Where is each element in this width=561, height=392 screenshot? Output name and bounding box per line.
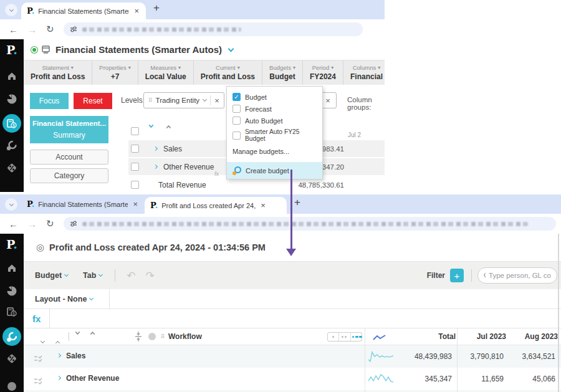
expand-all-icon[interactable] (76, 333, 79, 334)
tab-close-icon[interactable]: × (132, 199, 139, 209)
unchecked-checkbox-icon[interactable] (233, 131, 241, 140)
expand-all-icon[interactable] (150, 126, 153, 127)
checked-checkbox-icon[interactable]: ✓ (233, 93, 241, 101)
tab-menu[interactable]: Tab (83, 271, 102, 280)
level-chip-trading-entity[interactable]: ⠿ Trading Entity × (143, 92, 224, 108)
view-toggle-option[interactable] (328, 333, 339, 341)
toolbar-properties[interactable]: Properties▾+7 (92, 60, 138, 85)
unchecked-checkbox-icon[interactable] (233, 105, 241, 113)
toolbar-period[interactable]: Period▾FY2024 (303, 60, 343, 85)
expand-row-icon[interactable] (153, 165, 158, 169)
menu-option-forecast[interactable]: Forecast (227, 103, 322, 115)
address-box[interactable] (64, 217, 556, 231)
svg-text:$: $ (12, 123, 15, 127)
tab-search-chevron-icon[interactable] (5, 198, 17, 211)
reset-button[interactable]: Reset (74, 93, 112, 109)
back-icon[interactable]: ← (9, 24, 18, 35)
new-tab-button[interactable]: + (153, 2, 160, 14)
collapse-all-icon[interactable] (167, 128, 170, 130)
menu-option-auto-budget[interactable]: Auto Budget (227, 115, 322, 127)
toolbar-columns[interactable]: Columns▾Financial (343, 60, 385, 85)
toolbar-current[interactable]: Current▾Profit and Loss (194, 60, 262, 85)
tab-search-chevron-icon[interactable] (5, 4, 17, 16)
expand-row-icon[interactable] (57, 353, 61, 358)
expand-row-icon[interactable] (41, 334, 44, 345)
drag-handle-icon[interactable]: ⠿ (161, 333, 165, 340)
svg-text:$: $ (12, 312, 15, 316)
column-header-jul-2023[interactable]: Jul 2023 (462, 332, 506, 341)
expand-row-icon[interactable] (57, 376, 61, 380)
unchecked-checkbox-icon[interactable] (233, 117, 241, 125)
analytics-pie-icon[interactable] (7, 286, 17, 296)
top-main: Financial Statements (Smarter Autos) Sta… (24, 39, 385, 192)
fx-icon[interactable]: fx (24, 313, 41, 324)
column-header-aug-2023[interactable]: Aug 2023 (512, 332, 558, 341)
forward-icon[interactable]: → (27, 219, 37, 229)
row-actions-icon[interactable] (34, 353, 42, 365)
focus-button[interactable]: Focus (30, 93, 69, 109)
layout-menu[interactable]: Layout - None (35, 295, 93, 304)
grid-header: ⠿ Workflow Total Jul 2023 Aug 2023 (24, 328, 561, 345)
chip-remove-icon[interactable]: × (325, 96, 330, 105)
tab-close-icon[interactable]: × (259, 201, 267, 210)
category-button[interactable]: Category (30, 168, 108, 183)
tab-close-icon[interactable]: × (133, 6, 140, 16)
bottom-sidebar: P. $ (0, 234, 24, 392)
toolbar-measures[interactable]: Measures▾Local Value (138, 60, 194, 85)
search-input[interactable] (489, 272, 551, 279)
toolbar-budgets[interactable]: Budgets▾Budget (262, 60, 303, 85)
view-toggle[interactable] (327, 332, 362, 342)
collapse-all-icon[interactable] (91, 335, 94, 336)
search-box[interactable] (477, 267, 557, 284)
row-checkbox[interactable] (131, 163, 139, 171)
create-budget-item[interactable]: Create budget (227, 162, 322, 179)
reload-icon[interactable]: ↻ (46, 218, 54, 229)
grid-row-other-revenue[interactable]: Other Revenue 345,347 11,659 45,066 (24, 368, 561, 390)
row-height-icon[interactable] (135, 331, 142, 345)
redo-icon[interactable]: ↷ (146, 269, 155, 282)
rebates-icon[interactable] (7, 163, 17, 173)
view-toggle-option[interactable] (339, 333, 350, 341)
manage-budgets-item[interactable]: Manage budgets... (227, 144, 322, 158)
title-chevron-icon[interactable] (228, 45, 234, 52)
tab-profit-and-loss[interactable]: P. Profit and Loss created Apr 24, × (145, 197, 287, 214)
financial-statements-icon[interactable]: $ (2, 114, 21, 133)
account-button[interactable]: Account (30, 150, 108, 165)
new-tab-button[interactable]: + (294, 196, 300, 209)
grid-row-sales[interactable]: Sales 48,439,983 3,790,810 3,634,521 (24, 345, 561, 368)
back-icon[interactable]: ← (9, 219, 18, 229)
rebates-icon[interactable] (7, 353, 17, 364)
sparkline (368, 350, 394, 363)
analytics-pie-icon[interactable] (7, 94, 17, 104)
chip-chevron-icon[interactable] (203, 97, 207, 102)
budgets-icon[interactable] (2, 327, 21, 346)
tab-financial-statements[interactable]: P. Financial Statements (Smarter × (21, 196, 145, 213)
toolbar-statement[interactable]: Statement▾Profit and Loss (24, 60, 92, 85)
tab-financial-statements[interactable]: P. Financial Statements (Smarter × (21, 2, 146, 19)
view-toggle-option-active[interactable] (351, 333, 362, 341)
undo-icon[interactable]: ↶ (127, 269, 135, 282)
address-box[interactable] (64, 22, 363, 36)
row-checkbox[interactable] (131, 145, 139, 153)
budgets-icon[interactable] (7, 140, 17, 151)
chip-remove-icon[interactable]: × (214, 96, 219, 105)
menu-option-smarter-auto-fy25[interactable]: Smarter Auto FY25 Budget (227, 127, 322, 144)
home-icon[interactable] (7, 72, 17, 80)
financial-statement-summary-button[interactable]: Financial Statement... Summary (30, 116, 108, 143)
scrollbar[interactable] (558, 234, 559, 392)
budget-menu[interactable]: Budget (35, 271, 68, 280)
add-filter-button[interactable]: + (450, 269, 464, 282)
reload-icon[interactable]: ↻ (46, 24, 54, 35)
drag-handle-icon[interactable]: ⠿ (148, 97, 152, 103)
column-header-total[interactable]: Total (398, 332, 456, 341)
financial-statements-icon[interactable]: $ (7, 307, 17, 317)
expand-row-icon[interactable] (153, 146, 158, 151)
history-icon[interactable] (148, 333, 156, 340)
more-icon[interactable] (7, 382, 16, 391)
forward-icon[interactable]: → (27, 24, 37, 35)
menu-option-budget[interactable]: ✓Budget (227, 91, 322, 103)
select-all-checkbox[interactable] (131, 127, 139, 135)
home-icon[interactable] (7, 264, 17, 272)
row-actions-icon[interactable] (34, 376, 42, 387)
row-checkbox[interactable] (131, 181, 139, 189)
